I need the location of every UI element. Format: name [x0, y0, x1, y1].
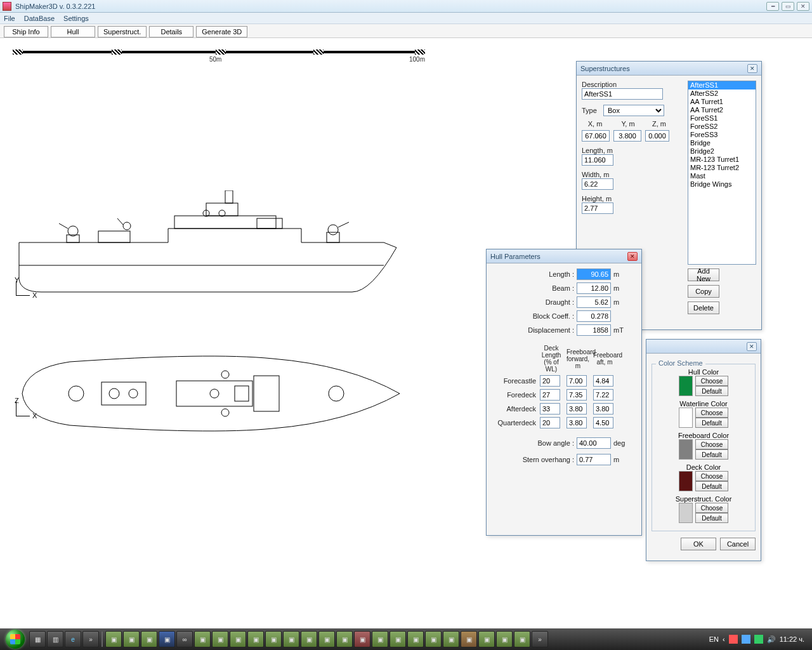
color-scheme-header[interactable]: ✕	[646, 340, 761, 354]
foredeck-fwd-input[interactable]	[566, 389, 587, 401]
foredeck-pct-input[interactable]	[540, 389, 560, 401]
quarterdeck-fwd-input[interactable]	[566, 417, 587, 428]
afterdeck-fwd-input[interactable]	[566, 403, 587, 415]
window-close-button[interactable]: ✕	[797, 2, 809, 11]
taskbar-item[interactable]: ▣	[301, 631, 317, 647]
bow-angle-input[interactable]	[577, 437, 611, 449]
tray-language[interactable]: EN	[709, 635, 719, 643]
deck-choose-button[interactable]: Choose	[695, 471, 728, 481]
menu-database[interactable]: DataBase	[24, 15, 55, 22]
taskbar-item[interactable]: ▥	[47, 631, 63, 647]
freeboard-choose-button[interactable]: Choose	[695, 439, 728, 449]
length-input[interactable]	[582, 154, 613, 166]
list-item[interactable]: MR-123 Turret2	[688, 164, 756, 172]
menu-settings[interactable]: Settings	[63, 15, 89, 22]
taskbar-item[interactable]: ▣	[105, 631, 122, 647]
hull-disp-input[interactable]	[577, 324, 611, 336]
quarterdeck-aft-input[interactable]	[593, 417, 613, 428]
list-item[interactable]: Bridge Wings	[688, 180, 756, 189]
taskbar-item[interactable]: ▣	[141, 631, 157, 647]
color-cancel-button[interactable]: Cancel	[720, 538, 756, 550]
add-new-button[interactable]: Add New	[688, 269, 719, 281]
taskbar-item[interactable]: ▣	[230, 631, 246, 647]
superstructures-close-button[interactable]: ✕	[747, 64, 757, 73]
list-item[interactable]: AA Turret1	[688, 98, 756, 106]
tray-volume-icon[interactable]: 🔊	[767, 635, 776, 644]
quarterdeck-pct-input[interactable]	[540, 417, 560, 428]
forecastle-fwd-input[interactable]	[566, 375, 587, 387]
taskbar-item[interactable]: e	[65, 631, 81, 647]
tray-chevron-icon[interactable]: ‹	[723, 635, 725, 643]
forecastle-pct-input[interactable]	[540, 375, 560, 387]
copy-button[interactable]: Copy	[688, 285, 719, 298]
menu-file[interactable]: File	[4, 15, 15, 22]
tray-clock[interactable]: 11:22 ч.	[780, 635, 804, 643]
taskbar-item[interactable]: ▣	[496, 631, 513, 647]
taskbar-item[interactable]: »	[82, 631, 99, 647]
list-item[interactable]: ForeSS2	[688, 123, 756, 131]
forecastle-aft-input[interactable]	[593, 375, 613, 387]
list-item[interactable]: Bridge	[688, 139, 756, 147]
afterdeck-aft-input[interactable]	[593, 403, 613, 415]
superstruct-choose-button[interactable]: Choose	[695, 503, 728, 513]
z-input[interactable]	[645, 130, 669, 142]
taskbar-item[interactable]: ▣	[212, 631, 228, 647]
afterdeck-pct-input[interactable]	[540, 403, 560, 415]
taskbar-item[interactable]: ▣	[407, 631, 424, 647]
taskbar-item[interactable]: ▣	[372, 631, 388, 647]
height-input[interactable]	[582, 202, 613, 214]
tray-icon[interactable]	[754, 635, 763, 644]
taskbar-item[interactable]: ▣	[283, 631, 299, 647]
y-input[interactable]	[613, 130, 641, 142]
taskbar-item[interactable]: ▣	[265, 631, 282, 647]
window-minimize-button[interactable]: ━	[766, 2, 779, 11]
taskbar-item[interactable]: ▣	[336, 631, 353, 647]
taskbar-item[interactable]: ▣	[390, 631, 406, 647]
hull-default-button[interactable]: Default	[695, 386, 728, 396]
type-select[interactable]: Box	[603, 105, 664, 116]
tab-ship-info[interactable]: Ship Info	[4, 26, 48, 37]
tray-icon[interactable]	[742, 635, 750, 644]
tab-generate-3d[interactable]: Generate 3D	[196, 26, 247, 37]
list-item[interactable]: ForeSS3	[688, 131, 756, 139]
taskbar-item[interactable]: ▣	[443, 631, 459, 647]
list-item[interactable]: AfterSS2	[688, 90, 756, 98]
tab-details[interactable]: Details	[149, 26, 193, 37]
list-item[interactable]: AA Turret2	[688, 106, 756, 114]
taskbar-item[interactable]: ▣	[194, 631, 211, 647]
superstructures-listbox[interactable]: AfterSS1AfterSS2AA Turret1AA Turret2Fore…	[688, 81, 756, 265]
taskbar-item[interactable]: ▣	[354, 631, 370, 647]
deck-default-button[interactable]: Default	[695, 481, 728, 491]
hull-choose-button[interactable]: Choose	[695, 376, 728, 386]
width-input[interactable]	[582, 178, 613, 190]
taskbar-item[interactable]: ▣	[425, 631, 442, 647]
hull-dialog-header[interactable]: Hull Parameters ✕	[487, 249, 641, 263]
hull-draught-input[interactable]	[577, 296, 611, 308]
waterline-default-button[interactable]: Default	[695, 418, 728, 428]
tab-hull[interactable]: Hull	[51, 26, 95, 37]
taskbar-item[interactable]: ▣	[159, 631, 175, 647]
color-scheme-close-button[interactable]: ✕	[747, 342, 757, 351]
taskbar-item[interactable]: ▣	[123, 631, 140, 647]
taskbar-item[interactable]: ▣	[461, 631, 477, 647]
list-item[interactable]: AfterSS1	[688, 81, 756, 90]
hull-beam-input[interactable]	[577, 282, 611, 294]
taskbar-item[interactable]: ▣	[318, 631, 335, 647]
taskbar-item[interactable]: ▣	[247, 631, 264, 647]
waterline-choose-button[interactable]: Choose	[695, 408, 728, 418]
list-item[interactable]: Mast	[688, 172, 756, 180]
x-input[interactable]	[582, 130, 610, 142]
freeboard-default-button[interactable]: Default	[695, 449, 728, 460]
taskbar-item[interactable]: ▦	[29, 631, 46, 647]
tray-icon[interactable]	[729, 635, 738, 644]
start-button[interactable]	[3, 628, 28, 650]
hull-block-input[interactable]	[577, 310, 611, 322]
superstructures-dialog-header[interactable]: Superstructures ✕	[577, 62, 761, 76]
list-item[interactable]: MR-123 Turret1	[688, 156, 756, 164]
taskbar-item[interactable]: ∞	[176, 631, 193, 647]
stern-overhang-input[interactable]	[577, 454, 611, 465]
color-ok-button[interactable]: OK	[681, 538, 716, 550]
foredeck-aft-input[interactable]	[593, 389, 613, 401]
description-input[interactable]	[582, 88, 663, 100]
tab-superstruct[interactable]: Superstruct.	[98, 26, 147, 37]
